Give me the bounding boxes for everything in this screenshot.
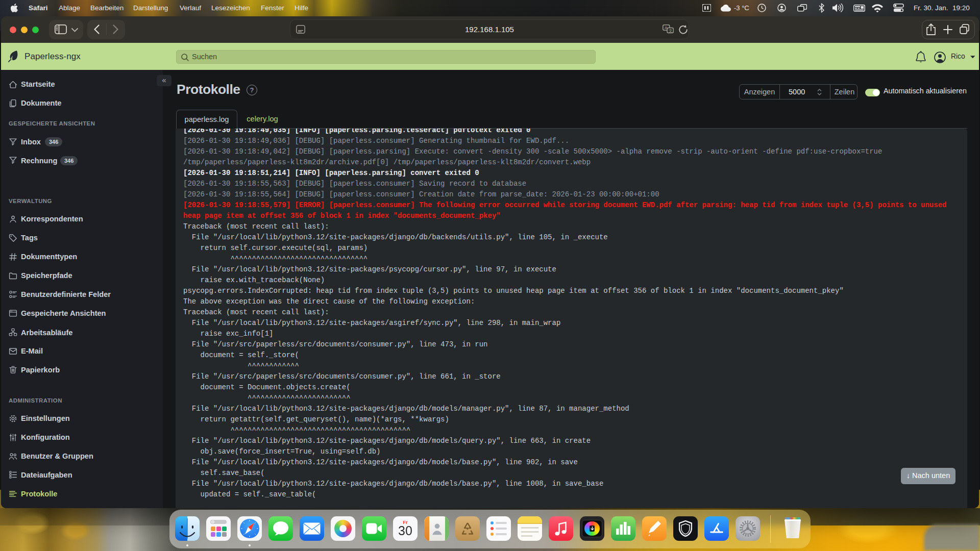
svg-text:文: 文 — [669, 29, 673, 33]
